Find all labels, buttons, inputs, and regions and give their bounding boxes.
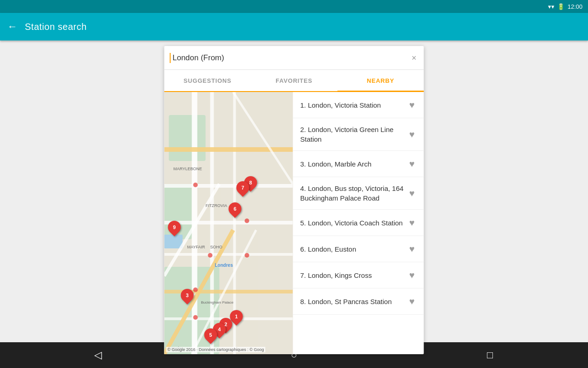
result-text-7: 7. London, Kings Cross xyxy=(300,270,407,280)
tab-suggestions[interactable]: SUGGESTIONS xyxy=(164,70,251,91)
tab-nearby[interactable]: NEARBY xyxy=(337,70,424,92)
nav-back-button[interactable]: ◁ xyxy=(84,346,112,364)
tabs-row: SUGGESTIONS FAVORITES NEARBY xyxy=(164,70,424,92)
panel-content: MARYLEBONE FITZROVIA MAYFAIR SOHO Buckin… xyxy=(164,92,424,354)
search-input[interactable]: London (From) xyxy=(173,53,410,63)
list-item[interactable]: 1. London, Victoria Station ♥ xyxy=(293,92,424,118)
result-text-2: 2. London, Victoria Green Line Station xyxy=(300,125,407,144)
result-text-3: 3. London, Marble Arch xyxy=(300,159,407,169)
map-pins-container: 8 7 6 9 xyxy=(164,92,293,354)
app-bar: ← Station search xyxy=(0,13,588,40)
tab-favorites[interactable]: FAVORITES xyxy=(251,70,337,91)
result-text-6: 6. London, Euston xyxy=(300,244,407,254)
results-list[interactable]: 1. London, Victoria Station ♥ 2. London,… xyxy=(293,92,424,354)
map-pin-9[interactable]: 9 xyxy=(168,221,181,234)
result-text-4: 4. London, Bus stop, Victoria, 164 Bucki… xyxy=(300,184,407,203)
back-button[interactable]: ← xyxy=(7,22,17,32)
map-pin-5[interactable]: 5 xyxy=(204,328,217,341)
favorite-button-3[interactable]: ♥ xyxy=(407,157,417,170)
favorite-button-8[interactable]: ♥ xyxy=(407,295,417,308)
map-pin-7[interactable]: 7 xyxy=(236,181,249,194)
wifi-icon: ▾▾ xyxy=(548,3,554,10)
time-display: 12:00 xyxy=(567,3,582,10)
list-item[interactable]: 3. London, Marble Arch ♥ xyxy=(293,151,424,177)
result-text-1: 1. London, Victoria Station xyxy=(300,100,407,110)
favorite-button-5[interactable]: ♥ xyxy=(407,216,417,229)
status-icons: ▾▾ 🔋 12:00 xyxy=(548,3,582,10)
favorite-button-6[interactable]: ♥ xyxy=(407,242,417,255)
map-pin-6[interactable]: 6 xyxy=(229,202,242,215)
map-pin-3[interactable]: 3 xyxy=(181,289,194,302)
favorite-button-4[interactable]: ♥ xyxy=(407,187,417,200)
main-content: London (From) × SUGGESTIONS FAVORITES NE… xyxy=(0,40,588,342)
list-item[interactable]: 4. London, Bus stop, Victoria, 164 Bucki… xyxy=(293,177,424,210)
favorite-button-2[interactable]: ♥ xyxy=(407,128,417,141)
list-item[interactable]: 8. London, St Pancras Station ♥ xyxy=(293,288,424,315)
map-attribution: © Google 2016 · Données cartographiques … xyxy=(166,347,266,352)
text-cursor xyxy=(170,53,171,63)
clear-button[interactable]: × xyxy=(410,52,418,64)
status-bar: ▾▾ 🔋 12:00 xyxy=(0,0,588,13)
battery-icon: 🔋 xyxy=(557,3,565,10)
favorite-button-7[interactable]: ♥ xyxy=(407,269,417,282)
app-title: Station search xyxy=(25,22,87,32)
favorite-button-1[interactable]: ♥ xyxy=(407,98,417,111)
map-section: MARYLEBONE FITZROVIA MAYFAIR SOHO Buckin… xyxy=(164,92,293,354)
list-item[interactable]: 6. London, Euston ♥ xyxy=(293,236,424,262)
list-item[interactable]: 7. London, Kings Cross ♥ xyxy=(293,262,424,288)
search-panel: London (From) × SUGGESTIONS FAVORITES NE… xyxy=(164,46,424,354)
list-item[interactable]: 2. London, Victoria Green Line Station ♥ xyxy=(293,118,424,151)
map-container[interactable]: MARYLEBONE FITZROVIA MAYFAIR SOHO Buckin… xyxy=(164,92,293,354)
list-item[interactable]: 5. London, Victoria Coach Station ♥ xyxy=(293,210,424,236)
nav-recent-button[interactable]: □ xyxy=(476,346,504,364)
search-input-row: London (From) × xyxy=(164,46,424,70)
result-text-8: 8. London, St Pancras Station xyxy=(300,297,407,306)
result-text-5: 5. London, Victoria Coach Station xyxy=(300,218,407,228)
